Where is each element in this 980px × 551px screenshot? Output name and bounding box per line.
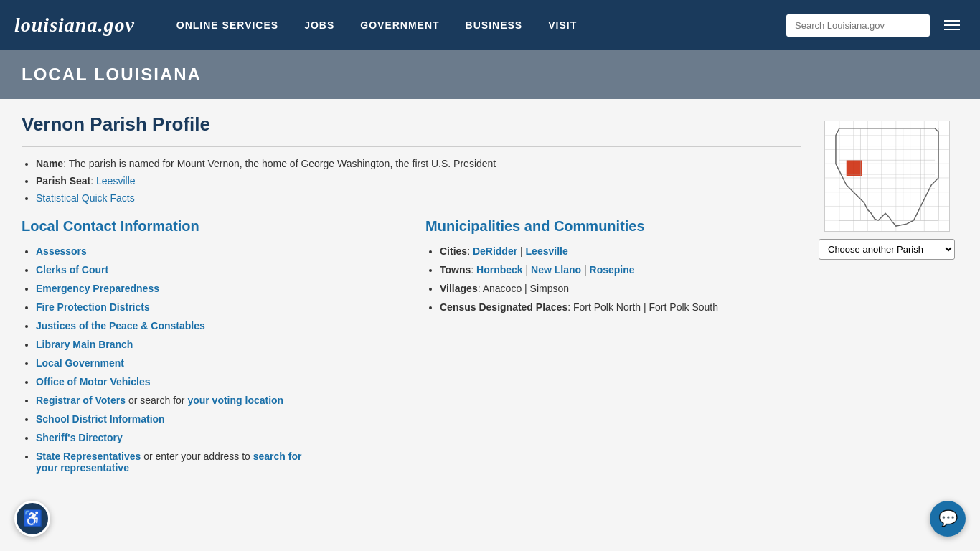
parish-map (824, 121, 950, 232)
municipalities-title: Municipalities and Communities (425, 218, 801, 235)
sheriff-link[interactable]: Sheriff's Directory (36, 432, 123, 443)
towns-item: Towns: Hornbeck | New Llano | Rosepine (440, 264, 801, 276)
omv-link[interactable]: Office of Motor Vehicles (36, 376, 150, 387)
parish-seat-link[interactable]: Leesville (96, 175, 135, 187)
municipalities-col: Municipalities and Communities Cities: D… (425, 218, 801, 481)
page-banner: LOCAL LOUISIANA (0, 50, 980, 99)
list-item: Assessors (36, 245, 397, 257)
parish-profile-title: Vernon Parish Profile (22, 113, 801, 136)
content-right: Choose another Parish Acadia Allen Ascen… (815, 113, 958, 481)
main-nav: ONLINE SERVICES JOBS GOVERNMENT BUSINESS… (164, 19, 786, 31)
page-title: LOCAL LOUISIANA (22, 65, 958, 85)
logo-text: louisiana.gov (14, 14, 135, 36)
content-left: Vernon Parish Profile Name: The parish i… (22, 113, 801, 481)
svg-rect-17 (846, 160, 862, 176)
parish-stats-link[interactable]: Statistical Quick Facts (36, 192, 135, 204)
main-content: Vernon Parish Profile Name: The parish i… (0, 99, 980, 495)
rep-suffix: or enter your address to (141, 451, 253, 462)
assessors-link[interactable]: Assessors (36, 245, 87, 257)
nav-government[interactable]: GOVERNMENT (347, 19, 452, 31)
justices-link[interactable]: Justices of the Peace & Constables (36, 320, 205, 331)
nav-jobs[interactable]: JOBS (291, 19, 347, 31)
cdp-item: Census Designated Places: Fort Polk Nort… (440, 301, 801, 313)
list-item: Sheriff's Directory (36, 432, 397, 443)
parish-name-label: Name (36, 158, 63, 169)
list-item: Registrar of Voters or search for your v… (36, 395, 397, 406)
louisiana-map-svg (825, 121, 949, 231)
local-contact-col: Local Contact Information Assessors Cler… (22, 218, 397, 481)
hamburger-menu[interactable] (938, 14, 966, 36)
list-item: State Representatives or enter your addr… (36, 451, 397, 474)
clerks-link[interactable]: Clerks of Court (36, 264, 108, 276)
parish-profile-list: Name: The parish is named for Mount Vern… (22, 158, 801, 204)
villages-item: Villages: Anacoco | Simpson (440, 283, 801, 294)
towns-label: Towns (440, 264, 471, 276)
cdp-label: Census Designated Places (440, 301, 567, 313)
deridder-link[interactable]: DeRidder (473, 245, 517, 257)
list-item: Fire Protection Districts (36, 301, 397, 313)
nav-online-services[interactable]: ONLINE SERVICES (164, 19, 291, 31)
villages-label: Villages (440, 283, 478, 294)
parish-name-item: Name: The parish is named for Mount Vern… (36, 158, 801, 169)
search-container (786, 14, 930, 37)
list-item: Library Main Branch (36, 339, 397, 350)
divider (22, 146, 801, 147)
school-link[interactable]: School District Information (36, 413, 165, 425)
parish-seat-label: Parish Seat (36, 175, 90, 187)
new-llano-link[interactable]: New Llano (531, 264, 581, 276)
list-item: School District Information (36, 413, 397, 425)
list-item: Emergency Preparedness (36, 283, 397, 294)
local-contact-list: Assessors Clerks of Court Emergency Prep… (22, 245, 397, 474)
library-link[interactable]: Library Main Branch (36, 339, 133, 350)
hornbeck-link[interactable]: Hornbeck (476, 264, 523, 276)
cities-item: Cities: DeRidder | Leesville (440, 245, 801, 257)
municipalities-list: Cities: DeRidder | Leesville Towns: Horn… (425, 245, 801, 313)
cdp-value: Fort Polk North | Fort Polk South (573, 301, 718, 313)
leesville-link[interactable]: Leesville (526, 245, 568, 257)
site-header: louisiana.gov ONLINE SERVICES JOBS GOVER… (0, 0, 980, 50)
registrar-suffix: or search for (128, 395, 187, 406)
local-contact-title: Local Contact Information (22, 218, 397, 235)
rosepine-link[interactable]: Rosepine (590, 264, 635, 276)
list-item: Office of Motor Vehicles (36, 376, 397, 387)
parish-seat-item: Parish Seat: Leesville (36, 175, 801, 187)
villages-value: Anacoco | Simpson (483, 283, 569, 294)
nav-visit[interactable]: VISIT (535, 19, 590, 31)
list-item: Justices of the Peace & Constables (36, 320, 397, 331)
parish-stats-item: Statistical Quick Facts (36, 192, 801, 204)
two-column-section: Local Contact Information Assessors Cler… (22, 218, 801, 481)
voting-location-link[interactable]: your voting location (187, 395, 283, 406)
site-logo[interactable]: louisiana.gov (14, 14, 135, 37)
fire-link[interactable]: Fire Protection Districts (36, 301, 150, 313)
search-input[interactable] (786, 14, 930, 37)
nav-business[interactable]: BUSINESS (453, 19, 536, 31)
emergency-link[interactable]: Emergency Preparedness (36, 283, 159, 294)
parish-selector[interactable]: Choose another Parish Acadia Allen Ascen… (819, 239, 955, 260)
registrar-link[interactable]: Registrar of Voters (36, 395, 126, 406)
list-item: Local Government (36, 357, 397, 369)
list-item: Clerks of Court (36, 264, 397, 276)
cities-label: Cities (440, 245, 467, 257)
local-gov-link[interactable]: Local Government (36, 357, 124, 369)
parish-name-value: The parish is named for Mount Vernon, th… (69, 158, 496, 169)
representatives-link[interactable]: State Representatives (36, 451, 141, 462)
